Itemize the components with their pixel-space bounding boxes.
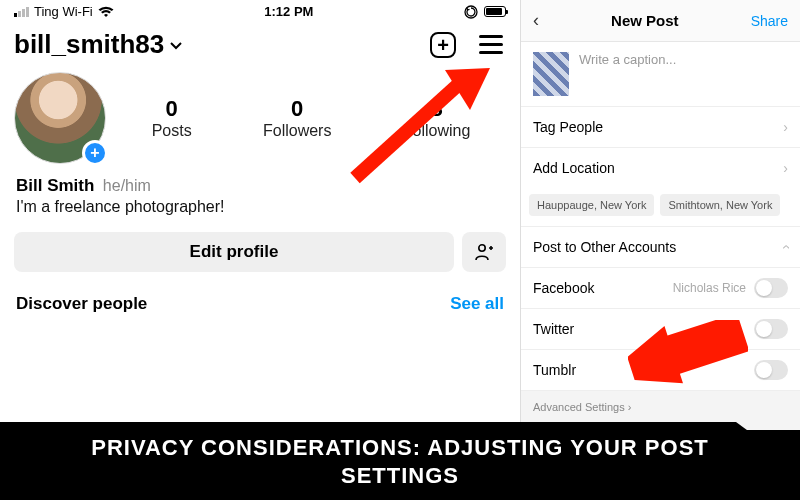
username-text: bill_smith83 <box>14 29 164 60</box>
caption-banner: PRIVACY CONSIDERATIONS: ADJUSTING YOUR P… <box>0 422 800 500</box>
bio-section: Bill Smith he/him I'm a freelance photog… <box>0 170 520 226</box>
following-label: Following <box>403 122 471 140</box>
status-bar: Ting Wi-Fi 1:12 PM <box>0 0 520 21</box>
location-suggestions: Hauppauge, New York Smithtown, New York <box>521 188 800 227</box>
menu-button[interactable] <box>476 30 506 60</box>
advanced-settings-link[interactable]: Advanced Settings › <box>521 391 800 423</box>
clock: 1:12 PM <box>264 4 313 19</box>
add-story-button[interactable]: + <box>82 140 108 166</box>
page-title: New Post <box>611 12 679 29</box>
twitter-label: Twitter <box>533 321 574 337</box>
tumblr-row: Tumblr <box>521 350 800 391</box>
add-location-label: Add Location <box>533 160 615 176</box>
discover-label: Discover people <box>16 294 147 314</box>
chevron-right-icon: › <box>783 160 788 176</box>
discover-people-button[interactable] <box>462 232 506 272</box>
chevron-right-icon: › <box>783 119 788 135</box>
location-chip[interactable]: Smithtown, New York <box>660 194 780 216</box>
create-post-button[interactable]: + <box>428 30 458 60</box>
edit-profile-button[interactable]: Edit profile <box>14 232 454 272</box>
bio-text: I'm a freelance photographer! <box>16 198 504 216</box>
tumblr-label: Tumblr <box>533 362 576 378</box>
chevron-right-icon: › <box>628 401 632 413</box>
tag-people-label: Tag People <box>533 119 603 135</box>
add-location-row[interactable]: Add Location › <box>521 148 800 188</box>
username-dropdown[interactable]: bill_smith83 <box>14 29 184 60</box>
wifi-icon <box>98 6 114 18</box>
facebook-toggle[interactable] <box>754 278 788 298</box>
facebook-label: Facebook <box>533 280 594 296</box>
banner-text: PRIVACY CONSIDERATIONS: ADJUSTING YOUR P… <box>0 422 800 489</box>
new-post-screen: ‹ New Post Share Write a caption... Tag … <box>520 0 800 430</box>
tag-people-row[interactable]: Tag People › <box>521 107 800 148</box>
post-thumbnail <box>533 52 569 96</box>
location-chip[interactable]: Hauppauge, New York <box>529 194 654 216</box>
following-count: 8 <box>403 96 471 122</box>
stat-following[interactable]: 8 Following <box>403 96 471 140</box>
add-person-icon <box>474 243 494 261</box>
back-button[interactable]: ‹ <box>533 10 539 31</box>
plus-box-icon: + <box>430 32 456 58</box>
pronouns: he/him <box>103 177 151 194</box>
avatar[interactable]: + <box>14 72 106 164</box>
chevron-up-icon: › <box>778 245 794 250</box>
post-other-accounts-row[interactable]: Post to Other Accounts › <box>521 227 800 268</box>
facebook-row: Facebook Nicholas Rice <box>521 268 800 309</box>
hamburger-icon <box>479 35 503 54</box>
orientation-lock-icon <box>464 5 478 19</box>
post-other-label: Post to Other Accounts <box>533 239 676 255</box>
svg-point-1 <box>479 245 485 251</box>
signal-icon <box>14 7 29 17</box>
twitter-row: Twitter <box>521 309 800 350</box>
profile-screen: Ting Wi-Fi 1:12 PM bill_smith83 + <box>0 0 520 430</box>
display-name: Bill Smith <box>16 176 94 195</box>
see-all-link[interactable]: See all <box>450 294 504 314</box>
caption-placeholder: Write a caption... <box>579 52 676 96</box>
tumblr-toggle[interactable] <box>754 360 788 380</box>
carrier-label: Ting Wi-Fi <box>34 4 93 19</box>
caption-row[interactable]: Write a caption... <box>521 42 800 107</box>
facebook-account: Nicholas Rice <box>673 281 746 295</box>
share-button[interactable]: Share <box>751 13 788 29</box>
stat-posts[interactable]: 0 Posts <box>152 96 192 140</box>
twitter-toggle[interactable] <box>754 319 788 339</box>
advanced-label: Advanced Settings <box>533 401 625 413</box>
followers-count: 0 <box>263 96 331 122</box>
posts-count: 0 <box>152 96 192 122</box>
battery-icon <box>484 6 506 17</box>
stat-followers[interactable]: 0 Followers <box>263 96 331 140</box>
followers-label: Followers <box>263 122 331 140</box>
chevron-down-icon <box>168 37 184 53</box>
posts-label: Posts <box>152 122 192 140</box>
